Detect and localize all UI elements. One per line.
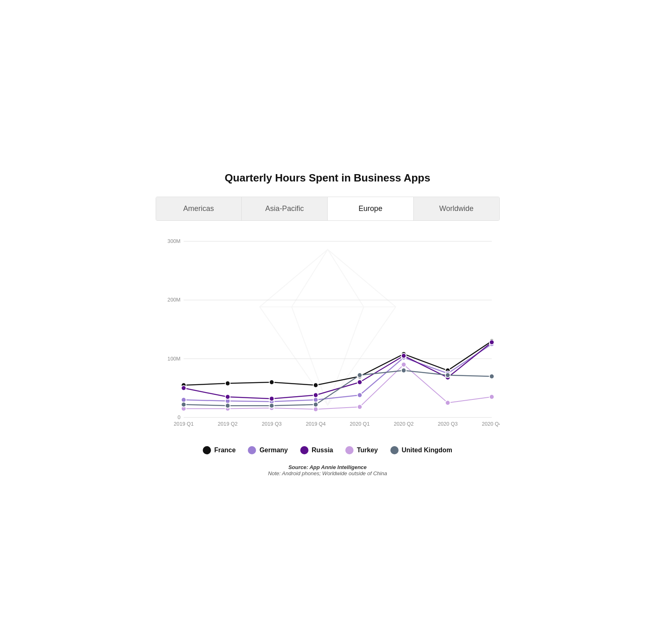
- legend-item-france: France: [203, 446, 236, 454]
- svg-point-62: [181, 402, 186, 407]
- tab-worldwide[interactable]: Worldwide: [414, 197, 499, 220]
- legend-dot-united-kingdom: [390, 446, 399, 454]
- svg-line-4: [328, 249, 396, 307]
- legend-label-germany: Germany: [259, 447, 288, 454]
- svg-point-65: [313, 402, 318, 407]
- svg-marker-1: [292, 249, 364, 405]
- svg-text:2020 Q3: 2020 Q3: [437, 421, 458, 427]
- svg-line-9: [292, 307, 328, 405]
- svg-line-7: [292, 249, 328, 307]
- svg-point-48: [269, 396, 274, 401]
- svg-point-50: [357, 380, 362, 385]
- svg-point-66: [357, 373, 362, 378]
- svg-point-59: [401, 362, 406, 367]
- svg-point-53: [489, 340, 494, 345]
- source-text: Source: App Annie Intelligence Note: And…: [156, 464, 500, 476]
- source-note: Note: Android phones; Worldwide outside …: [156, 470, 500, 476]
- svg-text:0: 0: [177, 414, 180, 420]
- legend-item-russia: Russia: [300, 446, 333, 454]
- svg-point-61: [489, 395, 494, 399]
- svg-point-41: [313, 397, 318, 402]
- svg-text:100M: 100M: [167, 356, 180, 362]
- svg-line-3: [259, 249, 327, 307]
- svg-text:200M: 200M: [167, 297, 180, 303]
- legend-label-united-kingdom: United Kingdom: [402, 447, 453, 454]
- svg-text:2019 Q1: 2019 Q1: [174, 421, 194, 427]
- svg-point-68: [445, 373, 450, 378]
- svg-line-8: [328, 249, 364, 307]
- legend-dot-france: [203, 446, 211, 454]
- svg-text:2020 Q2: 2020 Q2: [394, 421, 414, 427]
- tab-asia-pacific[interactable]: Asia-Pacific: [242, 197, 328, 220]
- svg-line-5: [259, 307, 327, 405]
- legend: FranceGermanyRussiaTurkeyUnited Kingdom: [156, 446, 500, 454]
- svg-text:2019 Q4: 2019 Q4: [306, 421, 326, 427]
- svg-point-67: [401, 368, 406, 373]
- legend-dot-turkey: [345, 446, 354, 454]
- svg-point-47: [225, 395, 230, 399]
- chart-container: Quarterly Hours Spent in Business Apps A…: [143, 155, 512, 489]
- legend-dot-russia: [300, 446, 308, 454]
- svg-point-60: [445, 400, 450, 405]
- svg-point-33: [313, 383, 318, 388]
- legend-dot-germany: [248, 446, 256, 454]
- legend-label-turkey: Turkey: [357, 447, 378, 454]
- svg-point-63: [225, 403, 230, 408]
- svg-point-69: [489, 374, 494, 379]
- svg-point-51: [401, 354, 406, 358]
- tab-europe[interactable]: Europe: [328, 197, 414, 220]
- chart-title: Quarterly Hours Spent in Business Apps: [156, 172, 500, 184]
- svg-point-46: [181, 385, 186, 390]
- svg-point-32: [269, 380, 274, 385]
- svg-text:2019 Q2: 2019 Q2: [218, 421, 238, 427]
- svg-point-31: [225, 381, 230, 386]
- chart-area: 0100M200M300M 2019 Q12019 Q22019 Q32019 …: [156, 233, 500, 438]
- legend-label-france: France: [214, 447, 236, 454]
- legend-item-united-kingdom: United Kingdom: [390, 446, 453, 454]
- line-chart: 0100M200M300M 2019 Q12019 Q22019 Q32019 …: [156, 233, 500, 438]
- legend-label-russia: Russia: [312, 447, 333, 454]
- svg-text:300M: 300M: [167, 238, 180, 244]
- legend-item-turkey: Turkey: [345, 446, 378, 454]
- svg-point-58: [357, 404, 362, 409]
- source-bold: Source: App Annie Intelligence: [156, 464, 500, 470]
- svg-point-64: [269, 403, 274, 408]
- svg-text:2019 Q3: 2019 Q3: [261, 421, 281, 427]
- svg-point-42: [357, 393, 362, 398]
- svg-text:2020 Q1: 2020 Q1: [349, 421, 369, 427]
- tab-americas[interactable]: Americas: [156, 197, 242, 220]
- legend-item-germany: Germany: [248, 446, 288, 454]
- svg-point-49: [313, 393, 318, 398]
- tabs-bar: AmericasAsia-PacificEuropeWorldwide: [156, 197, 500, 221]
- svg-point-57: [313, 407, 318, 412]
- svg-point-38: [181, 397, 186, 402]
- svg-line-6: [328, 307, 396, 405]
- svg-text:2020 Q4: 2020 Q4: [482, 421, 500, 427]
